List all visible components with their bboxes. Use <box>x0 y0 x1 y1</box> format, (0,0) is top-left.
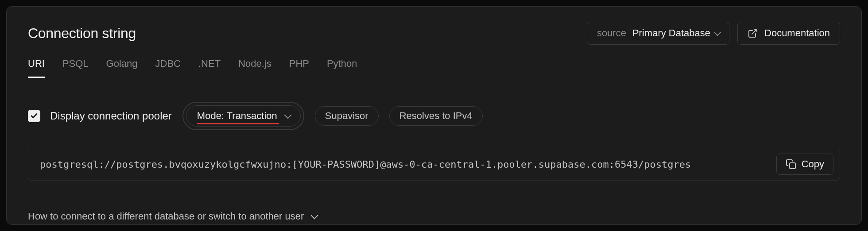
tab-php[interactable]: PHP <box>289 58 309 78</box>
source-value: Primary Database <box>632 27 710 39</box>
tab-nodejs[interactable]: Node.js <box>238 58 271 78</box>
connection-string-panel: Connection string source Primary Databas… <box>6 6 862 225</box>
mode-select-label: Mode: Transaction <box>197 110 277 122</box>
documentation-link[interactable]: Documentation <box>737 22 840 45</box>
pill-supavisor: Supavisor <box>315 106 379 126</box>
chevron-down-icon <box>714 29 721 36</box>
tab-dotnet[interactable]: .NET <box>198 58 221 78</box>
copy-icon <box>786 159 796 169</box>
source-label: source <box>597 27 626 39</box>
mode-select[interactable]: Mode: Transaction <box>186 105 301 127</box>
copy-button[interactable]: Copy <box>776 154 833 175</box>
pill-resolves-ipv4: Resolves to IPv4 <box>389 106 483 126</box>
svg-rect-1 <box>790 163 795 169</box>
mode-select-ring: Mode: Transaction <box>182 102 304 130</box>
connection-string-row: postgresql://postgres.bvqoxuzykolgcfwxuj… <box>28 148 840 181</box>
tab-jdbc[interactable]: JDBC <box>155 58 181 78</box>
check-icon <box>30 112 38 120</box>
panel-title: Connection string <box>28 25 136 42</box>
chevron-down-icon <box>284 112 291 119</box>
tab-golang[interactable]: Golang <box>106 58 138 78</box>
copy-button-label: Copy <box>802 158 824 170</box>
source-select[interactable]: source Primary Database <box>587 22 729 45</box>
pooler-checkbox-wrap: Display connection pooler <box>28 110 172 122</box>
tab-uri[interactable]: URI <box>28 58 45 78</box>
expander-label: How to connect to a different database o… <box>28 211 304 222</box>
header-actions: source Primary Database Documentation <box>587 22 840 45</box>
panel-header: Connection string source Primary Databas… <box>28 22 840 45</box>
tab-python[interactable]: Python <box>327 58 357 78</box>
connection-tabs: URI PSQL Golang JDBC .NET Node.js PHP Py… <box>28 58 840 78</box>
pooler-checkbox[interactable] <box>28 110 40 122</box>
options-row: Display connection pooler Mode: Transact… <box>28 102 840 130</box>
tab-psql[interactable]: PSQL <box>62 58 89 78</box>
external-link-icon <box>748 28 758 38</box>
mode-highlight-underline <box>197 123 279 124</box>
connection-uri-text[interactable]: postgresql://postgres.bvqoxuzykolgcfwxuj… <box>40 159 769 170</box>
documentation-label: Documentation <box>764 27 830 39</box>
switch-user-expander[interactable]: How to connect to a different database o… <box>28 211 840 222</box>
chevron-down-icon <box>311 212 318 219</box>
svg-line-0 <box>752 29 757 34</box>
pooler-checkbox-label: Display connection pooler <box>50 110 172 122</box>
